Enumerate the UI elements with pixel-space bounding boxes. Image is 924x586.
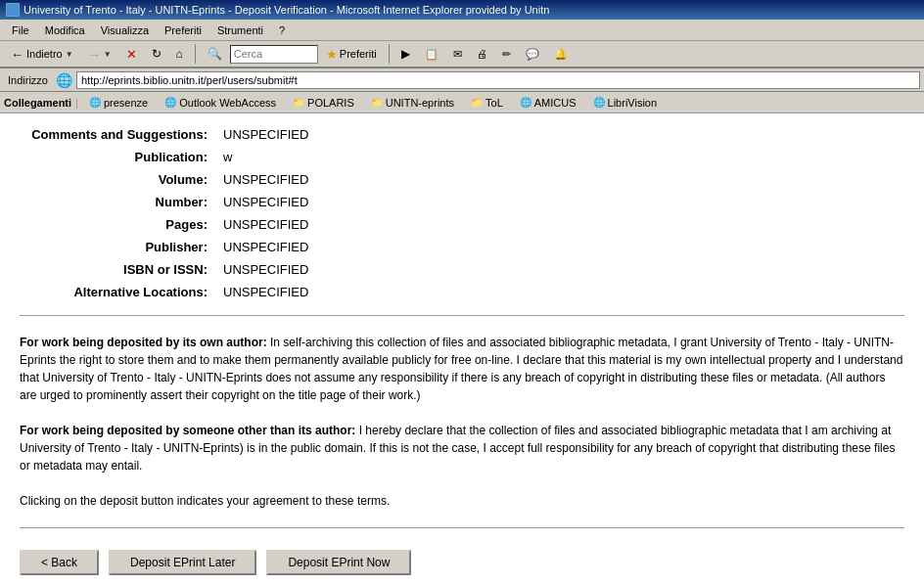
link-tol-label: ToL — [485, 97, 503, 109]
history-icon: 📋 — [425, 48, 439, 61]
links-label: Collegamenti — [4, 97, 71, 109]
link-unitn-icon: 📁 — [370, 97, 384, 109]
search-button[interactable]: 🔍 — [201, 43, 229, 65]
field-label-3: Number: — [20, 191, 215, 213]
search-glass-icon: 🔍 — [208, 47, 222, 61]
back-button[interactable]: ← Indietro ▼ — [4, 43, 80, 65]
field-value-6: UNSPECIFIED — [215, 258, 904, 281]
media-button[interactable]: ▶ — [394, 43, 417, 65]
table-row: Alternative Locations: UNSPECIFIED — [20, 281, 904, 303]
address-input[interactable] — [76, 71, 920, 89]
link-presenze-label: presenze — [104, 97, 148, 109]
star-icon: ★ — [326, 47, 338, 62]
menu-preferiti[interactable]: Preferiti — [157, 23, 209, 38]
messenger-button[interactable]: 🔔 — [547, 43, 575, 65]
link-presenze-icon: 🌐 — [88, 97, 102, 109]
forward-dropdown-icon[interactable]: ▼ — [104, 50, 112, 59]
menu-help[interactable]: ? — [271, 23, 293, 38]
link-polaris-label: POLARIS — [307, 97, 354, 109]
table-row: Pages: UNSPECIFIED — [20, 213, 904, 236]
refresh-icon: ↻ — [152, 47, 162, 61]
link-webaccess-icon: 🌐 — [163, 97, 177, 109]
stop-icon: ✕ — [126, 47, 137, 62]
link-librivision[interactable]: 🌐 LibriVision — [586, 94, 664, 112]
button-row: < Back Deposit EPrint Later Deposit EPri… — [20, 540, 904, 585]
refresh-button[interactable]: ↻ — [145, 43, 168, 65]
forward-button[interactable]: → ▼ — [81, 43, 118, 65]
search-group: 🔍 ★ Preferiti — [201, 43, 384, 65]
home-button[interactable]: ⌂ — [169, 43, 190, 65]
link-unitn-label: UNITN-eprints — [386, 97, 454, 109]
mail-icon: ✉ — [453, 48, 462, 61]
field-value-0: UNSPECIFIED — [215, 123, 904, 146]
nav-group: ← Indietro ▼ → ▼ ✕ ↻ ⌂ — [4, 43, 190, 65]
divider-2 — [20, 527, 904, 528]
favorites-button[interactable]: ★ Preferiti — [319, 43, 384, 65]
link-polaris-icon: 📁 — [292, 97, 305, 109]
deposit-later-button[interactable]: Deposit EPrint Later — [109, 550, 256, 575]
legal-text: For work being deposited by its own auth… — [20, 328, 904, 516]
stop-button[interactable]: ✕ — [119, 43, 144, 65]
back-button[interactable]: < Back — [20, 550, 99, 575]
edit-icon: ✏ — [502, 48, 511, 61]
menu-bar: File Modifica Visualizza Preferiti Strum… — [0, 20, 924, 41]
search-input[interactable] — [230, 45, 318, 64]
table-row: Publisher: UNSPECIFIED — [20, 236, 904, 258]
print-button[interactable]: 🖨 — [470, 43, 494, 65]
field-value-1: w — [215, 146, 904, 168]
field-label-5: Publisher: — [20, 236, 215, 258]
favorites-label: Preferiti — [340, 48, 377, 60]
field-label-4: Pages: — [20, 213, 215, 236]
menu-visualizza[interactable]: Visualizza — [93, 23, 157, 38]
legal-para1-strong: For work being deposited by its own auth… — [20, 336, 267, 349]
edit-button[interactable]: ✏ — [495, 43, 518, 65]
title-text: University of Trento - Italy - UNITN-Epr… — [23, 4, 549, 16]
toolbar-divider-2 — [389, 44, 390, 64]
app-icon — [6, 3, 20, 17]
link-presenze[interactable]: 🌐 presenze — [82, 94, 154, 112]
field-value-2: UNSPECIFIED — [215, 168, 904, 191]
media-icon: ▶ — [401, 47, 410, 61]
table-row: ISBN or ISSN: UNSPECIFIED — [20, 258, 904, 281]
back-dropdown-icon[interactable]: ▼ — [66, 50, 73, 59]
back-label: Indietro — [26, 48, 63, 60]
legal-paragraph-2: For work being deposited by someone othe… — [20, 422, 904, 474]
menu-strumenti[interactable]: Strumenti — [209, 23, 271, 38]
field-label-1: Publication: — [20, 146, 215, 168]
table-row: Number: UNSPECIFIED — [20, 191, 904, 213]
field-label-6: ISBN or ISSN: — [20, 258, 215, 281]
link-tol[interactable]: 📁 ToL — [464, 94, 509, 112]
link-webaccess[interactable]: 🌐 Outlook WebAccess — [158, 94, 282, 112]
link-amicus-label: AMICUS — [534, 97, 577, 109]
field-label-7: Alternative Locations: — [20, 281, 215, 303]
forward-arrow-icon: → — [88, 47, 101, 62]
mail-button[interactable]: ✉ — [446, 43, 469, 65]
menu-file[interactable]: File — [4, 23, 37, 38]
link-tol-icon: 📁 — [470, 97, 484, 109]
history-button[interactable]: 📋 — [418, 43, 445, 65]
field-value-4: UNSPECIFIED — [215, 213, 904, 236]
toolbar-divider-1 — [195, 44, 196, 64]
toolbar: ← Indietro ▼ → ▼ ✕ ↻ ⌂ 🔍 ★ Preferiti ▶ — [0, 41, 924, 68]
links-divider: | — [75, 97, 78, 109]
link-polaris[interactable]: 📁 POLARIS — [286, 94, 360, 112]
link-librivision-label: LibriVision — [608, 97, 658, 109]
legal-paragraph-3: Clicking on the deposit button indicates… — [20, 492, 904, 510]
link-librivision-icon: 🌐 — [592, 97, 606, 109]
media-group: ▶ 📋 ✉ 🖨 ✏ 💬 🔔 — [394, 43, 575, 65]
back-arrow-icon: ← — [11, 47, 23, 62]
table-row: Volume: UNSPECIFIED — [20, 168, 904, 191]
deposit-now-button[interactable]: Deposit EPrint Now — [266, 550, 411, 575]
field-value-7: UNSPECIFIED — [215, 281, 904, 303]
field-label-2: Volume: — [20, 168, 215, 191]
link-unitn-eprints[interactable]: 📁 UNITN-eprints — [364, 94, 460, 112]
menu-modifica[interactable]: Modifica — [37, 23, 93, 38]
table-row: Comments and Suggestions: UNSPECIFIED — [20, 123, 904, 146]
link-amicus[interactable]: 🌐 AMICUS — [513, 94, 582, 112]
title-bar: University of Trento - Italy - UNITN-Epr… — [0, 0, 924, 20]
discuss-button[interactable]: 💬 — [519, 43, 546, 65]
link-amicus-icon: 🌐 — [519, 97, 532, 109]
legal-paragraph-1: For work being deposited by its own auth… — [20, 334, 904, 404]
discuss-icon: 💬 — [526, 48, 539, 61]
field-value-5: UNSPECIFIED — [215, 236, 904, 258]
